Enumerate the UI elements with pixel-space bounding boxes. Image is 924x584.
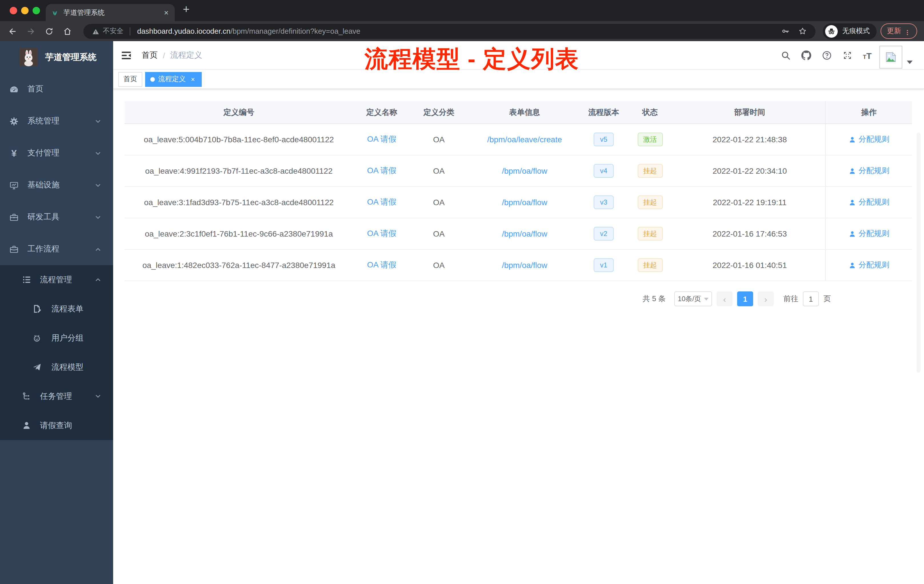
definition-name-link[interactable]: OA 请假: [367, 260, 396, 270]
sidebar-item-gear[interactable]: 系统管理: [0, 105, 113, 137]
tag-close-icon[interactable]: ×: [189, 76, 196, 82]
browser-menu-dots-icon[interactable]: [904, 28, 911, 35]
definition-category: OA: [433, 166, 445, 175]
forward-icon[interactable]: [26, 26, 35, 36]
assign-rule-link[interactable]: 分配规则: [848, 134, 889, 145]
sidebar-item-monitor[interactable]: 基础设施: [0, 169, 113, 201]
goto-page-input[interactable]: 1: [803, 292, 819, 306]
page-size-value: 10条/页: [678, 294, 701, 304]
back-icon[interactable]: [8, 26, 17, 36]
window-maximize-button[interactable]: [33, 7, 40, 14]
form-info-link[interactable]: /bpm/oa/flow: [502, 166, 548, 175]
deploy-time: 2022-01-22 21:48:38: [713, 135, 787, 144]
search-icon[interactable]: [780, 50, 791, 61]
column-header: 部署时间: [674, 101, 825, 124]
definition-id: oa_leave:4:991f2193-7b7f-11ec-a3c8-acde4…: [145, 166, 333, 175]
window-close-button[interactable]: [10, 7, 17, 14]
assign-rule-label: 分配规则: [858, 134, 889, 145]
incognito-badge: 无痕模式: [823, 23, 876, 39]
app-title: 芋道管理系统: [45, 52, 97, 63]
page-1-button[interactable]: 1: [737, 292, 753, 306]
sidebar-item-form-doc[interactable]: 流程表单: [0, 294, 113, 323]
version-tag: v5: [594, 133, 614, 146]
next-page-button[interactable]: ›: [758, 292, 774, 306]
chevron-down-icon: [94, 213, 102, 221]
sidebar-item-label: 用户分组: [51, 333, 83, 343]
table-body: oa_leave:5:004b710b-7b8a-11ec-8ef0-acde4…: [125, 124, 912, 281]
sidebar-item-toolbox[interactable]: 研发工具: [0, 201, 113, 233]
browser-toolbar: 不安全 dashboard.yudao.iocoder.cn /bpm/mana…: [0, 21, 924, 41]
column-header: 定义分类: [410, 101, 467, 124]
definition-name-link[interactable]: OA 请假: [367, 197, 396, 208]
sidebar-item-list-tree[interactable]: 流程管理: [0, 265, 113, 294]
sidebar-item-task-tree[interactable]: 任务管理: [0, 382, 113, 411]
reload-icon[interactable]: [45, 26, 54, 36]
new-tab-button[interactable]: +: [183, 3, 190, 16]
window-minimize-button[interactable]: [21, 7, 28, 14]
plant-favicon-icon: [51, 8, 59, 16]
address-bar[interactable]: 不安全 dashboard.yudao.iocoder.cn /bpm/mana…: [83, 24, 815, 39]
deploy-time: 2022-01-16 17:46:53: [713, 229, 787, 238]
scrollbar[interactable]: [917, 133, 921, 373]
help-icon[interactable]: [822, 50, 832, 61]
sidebar-item-dashboard[interactable]: 首页: [0, 73, 113, 105]
definition-name-link[interactable]: OA 请假: [367, 166, 396, 176]
breadcrumb-home[interactable]: 首页: [142, 50, 158, 61]
font-size-icon[interactable]: TT: [863, 51, 872, 60]
definition-name-link[interactable]: OA 请假: [367, 134, 396, 145]
status-badge: 激活: [637, 133, 663, 146]
url-divider: [130, 27, 130, 35]
browser-tab-strip: 芋道管理系统 × +: [0, 0, 924, 21]
tag-0[interactable]: 首页: [118, 72, 142, 87]
definition-table: 定义编号定义名称定义分类表单信息流程版本状态部署时间操作 oa_leave:5:…: [125, 101, 912, 281]
home-icon[interactable]: [63, 26, 72, 36]
definition-category: OA: [433, 135, 445, 144]
version-tag: v3: [594, 195, 614, 209]
avatar[interactable]: [880, 46, 903, 69]
sidebar-item-user-group[interactable]: 用户分组: [0, 323, 113, 353]
form-info-link[interactable]: /bpm/oa/leave/create: [487, 135, 562, 144]
tag-1[interactable]: 流程定义×: [145, 72, 202, 87]
page-size-select[interactable]: 10条/页: [674, 292, 712, 306]
status-badge: 挂起: [637, 258, 663, 272]
assign-rule-label: 分配规则: [858, 166, 889, 176]
sidebar-logo[interactable]: 芋道管理系统: [0, 41, 113, 73]
briefcase-icon: [9, 244, 19, 254]
avatar-caret-down-icon[interactable]: [907, 61, 913, 64]
person-icon: [22, 421, 31, 430]
status-badge: 挂起: [637, 164, 663, 178]
fullscreen-icon[interactable]: [842, 50, 853, 61]
definition-category: OA: [433, 198, 445, 207]
sidebar-item-label: 任务管理: [40, 391, 72, 401]
github-icon[interactable]: [801, 50, 812, 61]
tab-close-icon[interactable]: ×: [163, 8, 170, 16]
assign-rule-link[interactable]: 分配规则: [848, 229, 889, 239]
browser-tab[interactable]: 芋道管理系统 ×: [46, 4, 175, 21]
form-info-link[interactable]: /bpm/oa/flow: [502, 229, 548, 238]
content: 定义编号定义名称定义分类表单信息流程版本状态部署时间操作 oa_leave:5:…: [113, 101, 924, 306]
sidebar-item-paper-plane[interactable]: 流程模型: [0, 353, 113, 382]
assign-rule-link[interactable]: 分配规则: [848, 260, 889, 270]
column-header: 定义名称: [353, 101, 410, 124]
sidebar-item-person[interactable]: 请假查询: [0, 411, 113, 440]
assign-rule-link[interactable]: 分配规则: [848, 197, 889, 208]
password-key-icon[interactable]: [781, 27, 790, 35]
sidebar-item-briefcase[interactable]: 工作流程: [0, 233, 113, 265]
sidebar-item-yen[interactable]: ¥支付管理: [0, 137, 113, 169]
page-root: 芋道管理系统 × + 不安全 dashboard.yudao.iocoder.c…: [0, 0, 924, 584]
column-header: 状态: [626, 101, 674, 124]
main-area: 首页 / 流程定义 TT 首页流程定义× 定义编号定义名称定义分类表单信息流程版…: [113, 41, 924, 584]
select-caret-icon: [704, 297, 709, 300]
bookmark-star-icon[interactable]: [798, 27, 807, 35]
browser-update-button[interactable]: 更新: [881, 23, 917, 39]
definition-name-link[interactable]: OA 请假: [367, 229, 396, 239]
user-group-icon: [32, 333, 42, 343]
hamburger-icon[interactable]: [120, 50, 132, 61]
form-info-link[interactable]: /bpm/oa/flow: [502, 198, 548, 207]
assign-rule-link[interactable]: 分配规则: [848, 166, 889, 176]
incognito-icon: [825, 25, 838, 38]
table-header: 定义编号定义名称定义分类表单信息流程版本状态部署时间操作: [125, 101, 912, 124]
prev-page-button[interactable]: ‹: [716, 292, 733, 306]
incognito-label: 无痕模式: [842, 26, 870, 36]
form-info-link[interactable]: /bpm/oa/flow: [502, 261, 548, 270]
